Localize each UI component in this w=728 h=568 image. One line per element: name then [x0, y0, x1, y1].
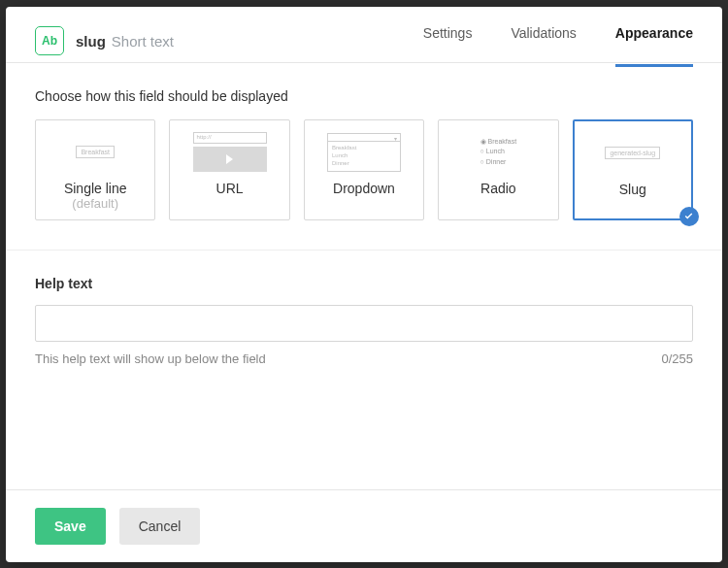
- option-slug[interactable]: generated-slug Slug: [573, 119, 693, 220]
- help-text-hint: This help text will show up below the fi…: [35, 351, 266, 366]
- section-divider: [6, 250, 722, 251]
- option-label: URL: [216, 181, 244, 197]
- option-dropdown[interactable]: ▾ Breakfast Lunch Dinner Dropdown: [304, 119, 424, 220]
- modal-header: Ab slug Short text Settings Validations …: [6, 7, 722, 63]
- help-text-input[interactable]: [35, 305, 693, 342]
- preview-single-line: Breakfast: [44, 130, 147, 175]
- field-type: Short text: [112, 33, 174, 50]
- option-label: Dropdown: [333, 181, 395, 197]
- text-field-icon: Ab: [35, 26, 64, 55]
- option-radio[interactable]: ◉ Breakfast ○ Lunch ○ Dinner Radio: [438, 119, 558, 220]
- help-text-counter: 0/255: [661, 351, 693, 366]
- check-icon: [679, 207, 699, 226]
- preview-slug: generated-slug: [582, 131, 683, 176]
- appearance-options: Breakfast Single line (default) http:// …: [35, 119, 693, 220]
- field-name: slug: [76, 33, 106, 50]
- tab-validations[interactable]: Validations: [511, 24, 576, 67]
- cancel-button[interactable]: Cancel: [119, 508, 201, 545]
- tab-bar: Settings Validations Appearance: [423, 20, 693, 62]
- option-sub: (default): [72, 196, 118, 211]
- modal-body: Choose how this field should be displaye…: [6, 63, 722, 489]
- preview-radio: ◉ Breakfast ○ Lunch ○ Dinner: [447, 130, 549, 175]
- option-label: Radio: [480, 181, 516, 197]
- preview-dropdown: ▾ Breakfast Lunch Dinner: [313, 130, 415, 175]
- option-label: Slug: [619, 182, 646, 198]
- save-button[interactable]: Save: [35, 508, 106, 545]
- option-label: Single line: [64, 181, 127, 197]
- tab-appearance[interactable]: Appearance: [615, 24, 693, 67]
- preview-url: http://: [178, 130, 281, 175]
- help-text-label: Help text: [35, 276, 693, 291]
- modal-footer: Save Cancel: [6, 489, 722, 562]
- chevron-down-icon: ▾: [394, 135, 397, 142]
- appearance-prompt: Choose how this field should be displaye…: [35, 88, 693, 104]
- tab-settings[interactable]: Settings: [423, 24, 473, 67]
- option-url[interactable]: http:// URL: [169, 119, 289, 220]
- option-single-line[interactable]: Breakfast Single line (default): [35, 119, 155, 220]
- play-icon: [226, 154, 233, 164]
- field-config-modal: Ab slug Short text Settings Validations …: [6, 7, 722, 562]
